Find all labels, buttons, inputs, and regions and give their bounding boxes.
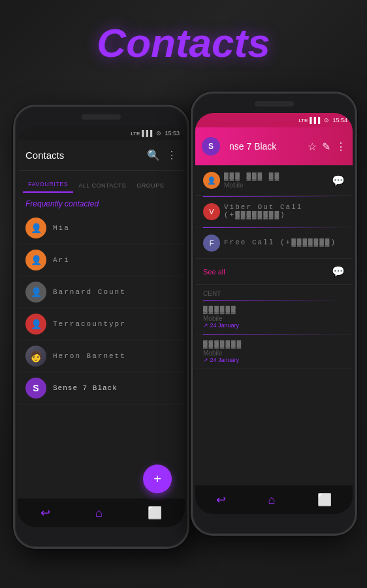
header-title-left: Contacts: [25, 150, 147, 161]
bottom-nav-left: ↩ ⌂ ⬜: [18, 498, 185, 527]
recent-item-1[interactable]: ▓▓▓▓▓▓ Mobile ↗ 24 January: [195, 301, 353, 335]
header-icons-left: 🔍 ⋮: [147, 149, 177, 161]
battery-right: ⊙: [324, 117, 329, 123]
status-icons-right: LTE ▌▌▌ ⊙ 15:54: [298, 117, 347, 123]
avatar: 🧑: [25, 346, 46, 367]
contact-list-left: 👤 Mia 👤 Ari 👤 Barnard Count 👤 Terracount…: [18, 212, 185, 404]
home-nav-icon-right[interactable]: ⌂: [268, 493, 276, 507]
more-icon-left[interactable]: ⋮: [167, 149, 177, 161]
more-icon-right[interactable]: ⋮: [336, 140, 346, 153]
list-item[interactable]: 🧑 Heron Barnett: [18, 340, 185, 372]
recent-nav-icon-right[interactable]: ⬜: [317, 493, 332, 507]
message-icon-1[interactable]: 💬: [332, 174, 345, 187]
battery-left: ⊙: [156, 130, 161, 137]
see-all-row[interactable]: See all 💬: [195, 259, 353, 285]
recent-date-2: ↗ 24 January: [203, 357, 345, 363]
list-item[interactable]: 👤 Terracountypr: [18, 308, 185, 340]
star-icon-right[interactable]: ☆: [308, 140, 317, 153]
recent-label-2: Mobile: [203, 350, 345, 357]
phone-right-screen: LTE ▌▌▌ ⊙ 15:54 S nse 7 Black ☆ ✎ ⋮: [195, 113, 353, 514]
recent-nav-icon-left[interactable]: ⬜: [148, 506, 162, 520]
avatar: 👤: [25, 218, 46, 238]
signal-bars-right: ▌▌▌: [310, 117, 322, 123]
see-all-label[interactable]: See all: [203, 268, 225, 276]
phone-detail-viber[interactable]: V Viber Out Call (+▓▓▓▓▓▓▓▓): [195, 197, 353, 227]
status-bar-left: LTE ▌▌▌ ⊙ 15:53: [18, 126, 185, 140]
status-bar-right: LTE ▌▌▌ ⊙ 15:54: [195, 113, 353, 127]
contact-mini-avatar-3: F: [203, 235, 220, 252]
list-item[interactable]: 👤 Barnard Count: [18, 276, 185, 308]
recent-date-1: ↗ 24 January: [203, 322, 345, 329]
recent-label-1: Mobile: [203, 315, 345, 322]
contact-name: Terracountypr: [53, 320, 126, 328]
tab-groups[interactable]: GROUPS: [131, 178, 169, 193]
list-item[interactable]: 👤 Ari: [18, 244, 185, 276]
page-title: Contacts: [97, 20, 270, 66]
recent-item-2[interactable]: ▓▓▓▓▓▓▓ Mobile ↗ 24 January: [195, 335, 353, 369]
phone-right: LTE ▌▌▌ ⊙ 15:54 S nse 7 Black ☆ ✎ ⋮: [191, 91, 357, 536]
phone-number-3: Free Call (+▓▓▓▓▓▓▓): [224, 238, 336, 246]
phone-number-1: ▓▓▓ ▓▓▓ ▓▓: [224, 172, 280, 180]
phone-detail-free[interactable]: F Free Call (+▓▓▓▓▓▓▓): [195, 228, 353, 259]
fab-add-contact[interactable]: +: [143, 465, 172, 493]
contact-avatar-right: S: [202, 137, 220, 155]
time-right: 15:54: [332, 117, 347, 123]
phone-label-1: Mobile: [224, 182, 280, 189]
recent-header: cent: [195, 285, 353, 300]
list-item[interactable]: S Sense 7 Black: [18, 372, 185, 404]
avatar: S: [25, 378, 46, 399]
contact-mini-avatar-2: V: [203, 203, 220, 220]
pink-header-icons: ☆ ✎ ⋮: [308, 140, 346, 153]
contact-mini-avatar-1: 👤: [203, 172, 220, 189]
back-nav-icon-right[interactable]: ↩: [216, 493, 226, 507]
contact-name-sense: Sense 7 Black: [53, 384, 118, 392]
search-icon-left[interactable]: 🔍: [147, 149, 160, 161]
see-all-chat-icon[interactable]: 💬: [332, 265, 345, 278]
list-item[interactable]: 👤 Mia: [18, 212, 185, 244]
phone-left-screen: LTE ▌▌▌ ⊙ 15:53 Contacts 🔍 ⋮ FAVOURITES …: [18, 126, 185, 527]
app-header-left: Contacts 🔍 ⋮: [18, 140, 185, 171]
phone-left: LTE ▌▌▌ ⊙ 15:53 Contacts 🔍 ⋮ FAVOURITES …: [13, 105, 189, 549]
contact-name: Mia: [53, 224, 70, 232]
recent-name-2: ▓▓▓▓▓▓▓: [203, 340, 345, 348]
bottom-nav-right: ↩ ⌂ ⬜: [195, 485, 353, 514]
phone-detail-mobile[interactable]: 👤 ▓▓▓ ▓▓▓ ▓▓ Mobile 💬: [195, 165, 353, 196]
avatar: 👤: [25, 282, 46, 302]
phone-number-2: Viber Out Call (+▓▓▓▓▓▓▓▓): [224, 203, 345, 219]
avatar: 👤: [25, 250, 46, 270]
tab-favourites[interactable]: FAVOURITES: [23, 177, 73, 193]
status-icons-left: LTE ▌▌▌ ⊙ 15:53: [131, 130, 180, 137]
signal-text-right: LTE: [298, 118, 308, 123]
pink-header-title: nse 7 Black: [229, 141, 302, 152]
signal-text-left: LTE: [131, 131, 140, 137]
contact-name: Ari: [53, 256, 70, 264]
tabs-bar-left: FAVOURITES ALL CONTACTS GROUPS: [18, 171, 185, 193]
back-nav-icon-left[interactable]: ↩: [40, 506, 50, 520]
time-left: 15:53: [165, 130, 180, 137]
contact-name: Heron Barnett: [53, 352, 126, 360]
section-header-frequently: Frequently contacted: [18, 193, 185, 212]
phones-container: LTE ▌▌▌ ⊙ 15:53 Contacts 🔍 ⋮ FAVOURITES …: [0, 85, 367, 588]
avatar: 👤: [25, 314, 46, 335]
contact-name: Barnard Count: [53, 288, 126, 296]
pink-header-right: S nse 7 Black ☆ ✎ ⋮: [195, 127, 353, 165]
tab-all-contacts[interactable]: ALL CONTACTS: [73, 178, 131, 193]
home-nav-icon-left[interactable]: ⌂: [95, 506, 103, 520]
signal-bars-left: ▌▌▌: [142, 130, 154, 137]
edit-icon-right[interactable]: ✎: [322, 140, 330, 153]
recent-name-1: ▓▓▓▓▓▓: [203, 306, 345, 314]
